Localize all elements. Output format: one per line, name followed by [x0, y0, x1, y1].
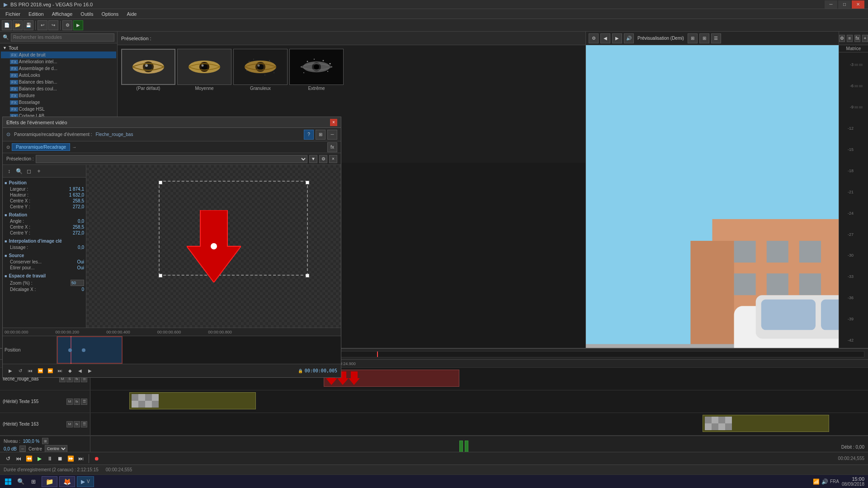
effects-dialog-close[interactable]: ×: [330, 119, 337, 126]
params-select-button[interactable]: ◻: [24, 167, 33, 176]
mute-button[interactable]: ─: [19, 446, 26, 452]
effect-item-4[interactable]: FXBalance des blan...: [1, 79, 116, 85]
chain-fx-button[interactable]: fx: [327, 142, 337, 152]
workspace-group-header[interactable]: ■ Espace de travail: [5, 272, 84, 279]
effects-loop-button[interactable]: ↺: [16, 367, 24, 375]
effects-prev-frame-button[interactable]: ⏮: [26, 367, 34, 375]
params-move-button[interactable]: ↕: [5, 167, 14, 176]
pan-dropdown[interactable]: Centre: [45, 445, 67, 452]
track163-fx-button[interactable]: fx: [74, 421, 80, 427]
vu-fx-button[interactable]: fx: [854, 35, 860, 42]
menu-affichage[interactable]: Affichage: [48, 10, 76, 18]
track155-menu-button[interactable]: ☰: [81, 399, 87, 405]
track-content-position[interactable]: [57, 336, 341, 364]
chain-item-panoramique[interactable]: Panoramique/Recadrage: [12, 143, 70, 151]
transport-stop-button[interactable]: ⏹: [56, 454, 65, 463]
preview-size-button[interactable]: ⊞: [688, 33, 698, 43]
menu-edition[interactable]: Edition: [25, 10, 47, 18]
clip-fleche[interactable]: [324, 370, 459, 387]
vu-more-button[interactable]: +: [862, 35, 868, 42]
track163-mute-button[interactable]: M: [66, 421, 73, 427]
interpolation-group-header[interactable]: ■ Interpolation d'image clé: [5, 238, 84, 244]
preselection-dropdown[interactable]: [36, 155, 307, 163]
source-group-header[interactable]: ■ Source: [5, 252, 84, 259]
menu-options[interactable]: Options: [98, 10, 122, 18]
transport-play-button[interactable]: ▶: [35, 454, 44, 463]
menu-fichier[interactable]: Fichier: [2, 10, 24, 18]
effects-preview-canvas[interactable]: [86, 165, 341, 328]
minimize-button[interactable]: ─: [825, 0, 837, 9]
search-taskbar-button[interactable]: 🔍: [14, 476, 27, 487]
clip-text163[interactable]: [703, 415, 829, 432]
crop-handle-tl[interactable]: [159, 181, 162, 184]
transport-skip-end-button[interactable]: ⏭: [76, 454, 85, 463]
crop-handle-bl[interactable]: [159, 274, 162, 277]
effects-group-all[interactable]: ▼ Tout: [1, 44, 116, 52]
track-content-text163[interactable]: [90, 413, 868, 435]
track155-fx-button[interactable]: fx: [74, 399, 80, 405]
taskbar-clock[interactable]: 15:00 08/09/2018: [842, 476, 866, 487]
params-add-button[interactable]: +: [34, 167, 43, 176]
track-content-text155[interactable]: [90, 390, 868, 413]
maximize-button[interactable]: □: [838, 0, 851, 9]
taskbar-vegas[interactable]: ▶ V: [77, 476, 94, 487]
taskbar-explorer[interactable]: 📁: [42, 476, 57, 487]
effects-fast-forward-button[interactable]: ⏩: [46, 367, 54, 375]
effects-minimize-button[interactable]: ─: [327, 130, 337, 140]
effect-item-1[interactable]: FXAmélioration intel...: [1, 58, 116, 65]
language-indicator[interactable]: FRA: [830, 479, 839, 484]
taskbar-firefox[interactable]: 🦊: [59, 476, 75, 487]
zoom-input[interactable]: [71, 280, 84, 286]
render-button[interactable]: ▶: [73, 20, 83, 30]
preview-back-button[interactable]: ◀: [600, 33, 610, 43]
preselection-save-button[interactable]: ▼: [309, 155, 317, 163]
windows-start-button[interactable]: [2, 476, 14, 487]
effects-help-button[interactable]: ?: [304, 130, 314, 140]
save-button[interactable]: 💾: [24, 20, 33, 30]
effect-item-8[interactable]: FXCodage HSL: [1, 106, 116, 113]
effects-keyframe-button[interactable]: ◆: [66, 367, 74, 375]
effect-item-6[interactable]: FXBordure: [1, 92, 116, 99]
effect-item-2[interactable]: FXAssemblage de d...: [1, 65, 116, 72]
network-tray-icon[interactable]: 📶: [813, 479, 820, 485]
params-zoom-button[interactable]: 🔍: [14, 167, 24, 176]
transport-record-button[interactable]: ⏺: [92, 454, 101, 463]
effects-next-frame-button[interactable]: ⏭: [56, 367, 64, 375]
effect-item-7[interactable]: FXBosselage: [1, 99, 116, 106]
preview-scope-button[interactable]: ☰: [711, 33, 721, 43]
preview-settings-button[interactable]: ⚙: [589, 33, 599, 43]
effects-prev-keyframe-button[interactable]: ◀: [76, 367, 84, 375]
transport-fast-forward-button[interactable]: ⏩: [66, 454, 75, 463]
effect-item-3[interactable]: FXAutoLooks: [1, 72, 116, 79]
transport-pause-button[interactable]: ⏸: [45, 454, 54, 463]
settings-button[interactable]: ⚙: [62, 20, 72, 30]
effects-play-button[interactable]: ▶: [6, 367, 14, 375]
open-button[interactable]: 📂: [13, 20, 23, 30]
position-group-header[interactable]: ■ Position: [5, 179, 84, 186]
undo-button[interactable]: ↩: [38, 20, 47, 30]
volume-tray-icon[interactable]: 🔊: [821, 479, 828, 485]
transport-skip-start-button[interactable]: ⏮: [14, 454, 23, 463]
track155-mute-button[interactable]: M: [66, 399, 73, 405]
menu-outils[interactable]: Outils: [77, 10, 97, 18]
task-view-button[interactable]: ⊞: [27, 476, 40, 487]
clip-text155[interactable]: [129, 392, 256, 409]
effects-next-keyframe-button[interactable]: ▶: [86, 367, 94, 375]
crop-handle-tr[interactable]: [306, 181, 309, 184]
preselection-settings-button[interactable]: ⚙: [319, 155, 327, 163]
effects-rewind-button[interactable]: ⏪: [36, 367, 44, 375]
vu-settings-button[interactable]: ⚙: [839, 35, 845, 42]
preview-audio-button[interactable]: 🔊: [624, 33, 634, 43]
preview-grid-button[interactable]: ⊞: [699, 33, 709, 43]
transport-rewind-button[interactable]: ⏪: [24, 454, 33, 463]
new-button[interactable]: 📄: [2, 20, 12, 30]
crop-handle-br[interactable]: [306, 274, 309, 277]
menu-aide[interactable]: Aide: [123, 10, 140, 18]
transport-loop-button[interactable]: ↺: [4, 454, 13, 463]
close-button[interactable]: ✕: [852, 0, 864, 9]
preview-next-button[interactable]: ▶: [612, 33, 622, 43]
effect-item-0[interactable]: FXAjout de bruit: [1, 52, 116, 58]
effect-item-5[interactable]: FXBalance des coul...: [1, 85, 116, 92]
search-input[interactable]: [11, 33, 114, 42]
effects-snap-button[interactable]: ⊞: [316, 130, 326, 140]
